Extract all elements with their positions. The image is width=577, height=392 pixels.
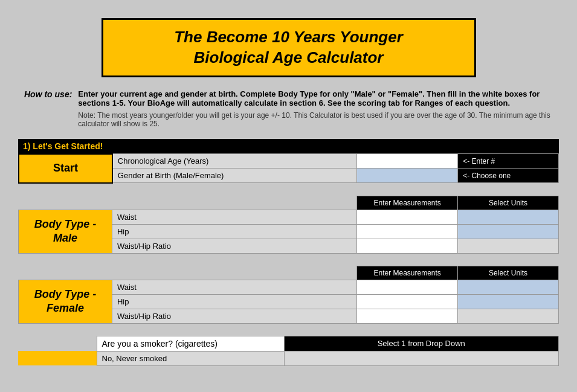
male-hip-label: Hip: [112, 224, 356, 239]
female-waist-units[interactable]: [458, 280, 559, 294]
table-row: Are you a smoker? (cigarettes) Select 1 …: [18, 336, 559, 351]
female-waist-label: Waist: [112, 280, 356, 294]
male-hip-units[interactable]: [458, 224, 559, 239]
age-input[interactable]: [357, 154, 458, 169]
age-label: Chronological Age (Years): [112, 154, 357, 169]
gender-hint: <- Choose one: [458, 169, 559, 183]
smoker-label: Are you a smoker? (cigarettes): [97, 336, 284, 351]
male-waist-units[interactable]: [458, 210, 559, 224]
gender-input[interactable]: [357, 169, 458, 183]
smoker-select-hint: Select 1 from Drop Down: [284, 336, 559, 351]
male-whr-units: [458, 239, 559, 253]
body-type-female-table: Enter Measurements Select Units Body Typ…: [18, 266, 559, 324]
body-male-header-row: Enter Measurements Select Units: [19, 196, 559, 210]
body-type-male-table: Enter Measurements Select Units Body Typ…: [18, 196, 559, 254]
how-to-use-label: How to use:: [24, 89, 72, 128]
male-whr-input[interactable]: [357, 239, 458, 253]
body-female-measurements-header: Enter Measurements: [357, 266, 458, 280]
start-label: Start: [19, 154, 112, 183]
body-female-header-row: Enter Measurements Select Units: [19, 266, 559, 280]
male-whr-label: Waist/Hip Ratio: [112, 239, 356, 253]
how-to-use-note: Note: The most years younger/older you w…: [78, 111, 553, 128]
body-type-male-label: Body Type - Male: [19, 210, 112, 253]
gender-label: Gender at Birth (Male/Female): [112, 169, 357, 183]
body-female-units-header: Select Units: [458, 266, 559, 280]
table-row: Start Chronological Age (Years) <- Enter…: [19, 154, 559, 169]
male-hip-input[interactable]: [357, 224, 458, 239]
age-hint: <- Enter #: [458, 154, 559, 169]
how-to-use-content: Enter your current age and gender at bir…: [78, 89, 553, 128]
female-whr-label: Waist/Hip Ratio: [112, 309, 356, 323]
smoker-table: Are you a smoker? (cigarettes) Select 1 …: [18, 336, 559, 366]
how-to-use-section: How to use: Enter your current age and g…: [18, 89, 559, 128]
start-table: Start Chronological Age (Years) <- Enter…: [18, 153, 559, 184]
title-line1: The Become 10 Years Younger Biological A…: [115, 27, 462, 68]
female-hip-units[interactable]: [458, 294, 559, 309]
section1-header: 1) Let's Get Started!: [18, 139, 559, 153]
body-male-units-header: Select Units: [458, 196, 559, 210]
body-type-female-label: Body Type - Female: [19, 280, 112, 323]
female-hip-input[interactable]: [357, 294, 458, 309]
female-hip-label: Hip: [112, 294, 356, 309]
female-whr-input[interactable]: [357, 309, 458, 323]
table-row: Body Type - Male Waist: [19, 210, 559, 224]
table-row: Body Type - Female Waist: [19, 280, 559, 294]
smoker-option: No, Never smoked: [97, 351, 284, 365]
body-male-measurements-header: Enter Measurements: [357, 196, 458, 210]
title-box: The Become 10 Years Younger Biological A…: [102, 18, 476, 77]
male-waist-label: Waist: [112, 210, 356, 224]
female-whr-units: [458, 309, 559, 323]
smoker-input[interactable]: [284, 351, 559, 365]
table-row: No, Never smoked: [18, 351, 559, 365]
how-to-use-main-text: Enter your current age and gender at bir…: [78, 89, 553, 108]
female-waist-input[interactable]: [357, 280, 458, 294]
male-waist-input[interactable]: [357, 210, 458, 224]
